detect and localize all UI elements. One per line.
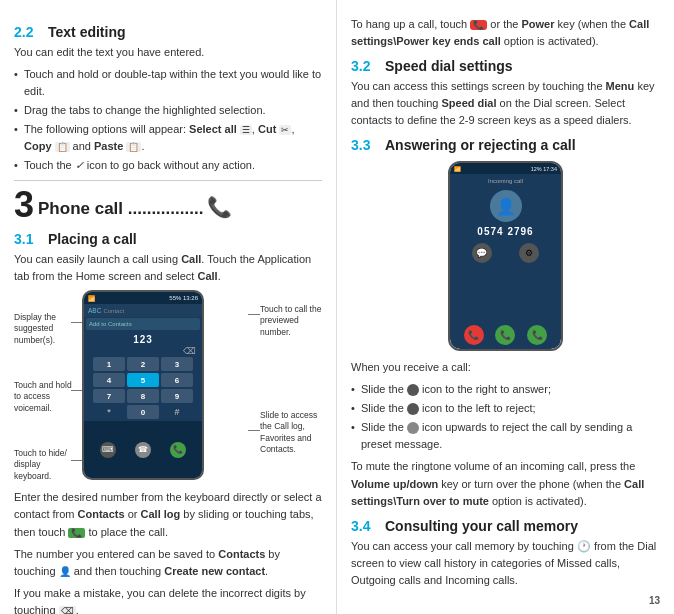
phone-action-bar: ⌨ ☎ 📞 [84, 421, 202, 478]
section-3-2-header: 3.2 Speed dial settings [351, 58, 660, 74]
annotation-touch-call: Touch to call the previewed number. [260, 304, 322, 337]
section-3-3-bullets: Slide the icon to the right to answer; S… [351, 381, 660, 453]
phone-diagram: Display the suggested number(s). Touch a… [14, 290, 322, 485]
bullet-4: Touch the ✓ icon to go back without any … [14, 157, 322, 174]
section-3-3-title: Answering or rejecting a call [385, 137, 576, 153]
pmr-status-bar: 📶 12% 17:34 [450, 163, 561, 174]
section-3-1-header: 3.1 Placing a call [14, 231, 322, 247]
chapter-3-number: 3 [14, 187, 34, 223]
line-3 [71, 460, 82, 461]
hang-up-text: To hang up a call, touch 📞 or the Power … [351, 16, 660, 50]
pmr-number: 0574 2796 [450, 226, 561, 237]
section-3-1-title: Placing a call [48, 231, 137, 247]
pmr-action-btn-2: ⚙ [519, 243, 539, 263]
annotation-touch-hold: Touch and hold to access voicemail. [14, 380, 72, 413]
phone-status-bar: 📶 55% 13:26 [84, 292, 202, 304]
pmr-call-text: Incoming call [450, 174, 561, 186]
section-3-4-title: Consulting your call memory [385, 518, 578, 534]
section-2-2-title: Text editing [48, 24, 126, 40]
section-3-2-title: Speed dial settings [385, 58, 513, 74]
divider [14, 180, 322, 181]
pmr-bottom-buttons: 📞 📞 📞 [450, 321, 561, 349]
section-3-1-para3: The number you entered can be saved to C… [14, 546, 322, 580]
right-page: To hang up a call, touch 📞 or the Power … [337, 0, 674, 614]
section-2-2-number: 2.2 [14, 24, 42, 40]
when-you-receive: When you receive a call: [351, 359, 660, 376]
annotation-touch-hide: Touch to hide/ display keyboard. [14, 448, 72, 481]
section-2-2-intro: You can edit the text you have entered. [14, 44, 322, 61]
phone-screen: 📶 55% 13:26 ABC Contact Add to Contacts … [82, 290, 204, 480]
bullet-3: The following options will appear: Selec… [14, 121, 322, 155]
section-3-4-header: 3.4 Consulting your call memory [351, 518, 660, 534]
section-3-3-mute: To mute the ringtone volume of an incomi… [351, 458, 660, 509]
section-3-1-para1: You can easily launch a call using Call.… [14, 251, 322, 285]
numpad-grid: 1 2 3 4 5 6 7 8 9 * 0 # [93, 357, 193, 419]
bullet-answer: Slide the icon to the right to answer; [351, 381, 660, 398]
hide-keyboard-btn: ⌨ [100, 442, 116, 458]
phone-chapter-icon: 📞 [207, 195, 232, 219]
pmr-action-btn-1: 💬 [472, 243, 492, 263]
bullet-1: Touch and hold or double-tap within the … [14, 66, 322, 100]
line-4 [248, 314, 260, 315]
section-2-2-bullets: Touch and hold or double-tap within the … [14, 66, 322, 174]
line-5 [248, 430, 260, 431]
pmr-avatar: 👤 [490, 190, 522, 222]
section-2-2-header: 2.2 Text editing [14, 24, 322, 40]
pmr-actions: 💬 ⚙ [450, 237, 561, 269]
section-3-1-number: 3.1 [14, 231, 42, 247]
section-3-3-number: 3.3 [351, 137, 379, 153]
section-3-4-number: 3.4 [351, 518, 379, 534]
section-3-2-para: You can access this settings screen by t… [351, 78, 660, 129]
bullet-preset: Slide the icon upwards to reject the cal… [351, 419, 660, 453]
section-3-1-para2: Enter the desired number from the keyboa… [14, 489, 322, 540]
right-page-number: 13 [649, 595, 660, 606]
section-3-4-para: You can access your call memory by touch… [351, 538, 660, 589]
chapter-3-title: Phone call ................ [38, 199, 203, 219]
chapter-3-header: 3 Phone call ................ 📞 [14, 187, 322, 223]
section-3-1-para4: If you make a mistake, you can delete th… [14, 585, 322, 614]
bullet-reject: Slide the icon to the left to reject; [351, 400, 660, 417]
phone-title-bar: ABC Contact [84, 304, 202, 317]
annotation-display-suggested: Display the suggested number(s). [14, 312, 74, 345]
pmr-answer-btn: 📞 [495, 325, 515, 345]
voicemail-btn: ☎ [135, 442, 151, 458]
pmr-call-btn-2: 📞 [527, 325, 547, 345]
annotation-slide-access: Slide to access the Call log, Favorites … [260, 410, 322, 454]
number-display: 123 [84, 331, 202, 346]
line-1 [71, 322, 82, 323]
add-contacts-bar: Add to Contacts [86, 318, 200, 330]
call-btn: 📞 [170, 442, 186, 458]
section-3-3-header: 3.3 Answering or rejecting a call [351, 137, 660, 153]
section-3-2-number: 3.2 [351, 58, 379, 74]
pmr-reject-btn: 📞 [464, 325, 484, 345]
left-page: 2.2 Text editing You can edit the text y… [0, 0, 337, 614]
phone-mockup-right: 📶 12% 17:34 Incoming call 👤 0574 2796 💬 … [448, 161, 563, 351]
line-2 [71, 390, 82, 391]
bullet-2: Drag the tabs to change the highlighted … [14, 102, 322, 119]
